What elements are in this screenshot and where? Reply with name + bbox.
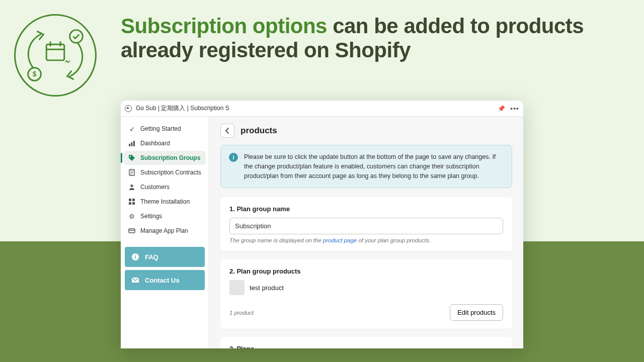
product-page-link[interactable]: product page — [323, 237, 357, 243]
sidebar-item-customers[interactable]: Customers — [124, 180, 206, 194]
svg-rect-8 — [131, 142, 133, 146]
layout-icon — [128, 198, 136, 206]
sidebar-item-settings[interactable]: ⚙ Settings — [124, 209, 206, 223]
gear-icon: ⚙ — [128, 212, 136, 220]
product-count: 1 product — [229, 310, 254, 316]
mail-icon — [131, 276, 140, 285]
section2-heading: 2. Plan group products — [229, 267, 503, 275]
svg-text:$: $ — [33, 70, 37, 78]
plan-group-name-input[interactable] — [229, 218, 503, 234]
sidebar-item-dashboard[interactable]: Dashboard — [124, 136, 206, 150]
sidebar-item-theme-installation[interactable]: Theme Installation — [124, 195, 206, 209]
info-circle-icon: i — [229, 153, 238, 162]
sidebar-item-subscription-contracts[interactable]: Subscription Contracts — [124, 165, 206, 179]
product-thumbnail — [229, 280, 245, 295]
svg-rect-0 — [46, 44, 64, 60]
app-title: Go Sub | 定期購入 | Subscription S — [136, 104, 229, 113]
plans-card: 3. Plans Each plan has a name and an ord… — [220, 337, 512, 348]
product-row: test product — [229, 280, 503, 295]
document-icon — [128, 168, 136, 176]
person-icon — [128, 183, 136, 191]
svg-rect-20 — [129, 229, 135, 233]
svg-rect-19 — [132, 202, 135, 205]
hero-heading: Subscription options can be added to pro… — [121, 14, 630, 63]
sidebar-item-subscription-groups[interactable]: Subscription Groups — [124, 151, 206, 165]
edit-products-button[interactable]: Edit products — [450, 304, 503, 321]
contact-us-button[interactable]: Contact Us — [125, 270, 205, 290]
svg-rect-9 — [133, 141, 135, 146]
tag-icon — [128, 154, 136, 162]
section1-hint: The group name is displayed on the produ… — [229, 237, 503, 243]
svg-rect-16 — [129, 199, 131, 201]
plan-group-products-card: 2. Plan group products test product 1 pr… — [220, 259, 512, 329]
product-name: test product — [250, 284, 284, 292]
svg-rect-17 — [132, 199, 135, 201]
hero-cycle-icon: $ — [14, 14, 97, 97]
sidebar-item-getting-started[interactable]: ➶ Getting Started — [124, 122, 206, 136]
svg-point-10 — [130, 156, 131, 157]
chart-icon — [128, 139, 136, 147]
section3-heading: 3. Plans — [229, 345, 503, 348]
app-logo-icon — [125, 105, 132, 112]
rocket-icon: ➶ — [128, 125, 136, 133]
sidebar-item-manage-app-plan[interactable]: Manage App Plan — [124, 224, 206, 238]
svg-rect-7 — [129, 144, 130, 146]
app-topbar: Go Sub | 定期購入 | Subscription S 📌 ••• — [121, 101, 523, 117]
more-icon[interactable]: ••• — [510, 105, 519, 113]
app-window: Go Sub | 定期購入 | Subscription S 📌 ••• ➶ G… — [121, 101, 523, 348]
page-title: products — [240, 126, 277, 136]
plan-group-name-card: 1. Plan group name The group name is dis… — [220, 197, 512, 251]
svg-rect-18 — [129, 202, 131, 205]
svg-point-15 — [131, 185, 133, 187]
info-banner: i Please be sure to click the update but… — [220, 145, 512, 188]
info-icon: i — [131, 252, 140, 261]
section1-heading: 1. Plan group name — [229, 205, 503, 213]
pin-icon[interactable]: 📌 — [498, 105, 505, 112]
faq-button[interactable]: i FAQ — [125, 247, 205, 267]
main-content: products i Please be sure to click the u… — [209, 117, 523, 348]
card-icon — [128, 227, 136, 235]
svg-text:i: i — [134, 254, 136, 260]
sidebar: ➶ Getting Started Dashboard Subscription… — [121, 117, 209, 348]
info-banner-text: Please be sure to click the update butto… — [244, 152, 504, 180]
back-button[interactable] — [220, 124, 234, 138]
